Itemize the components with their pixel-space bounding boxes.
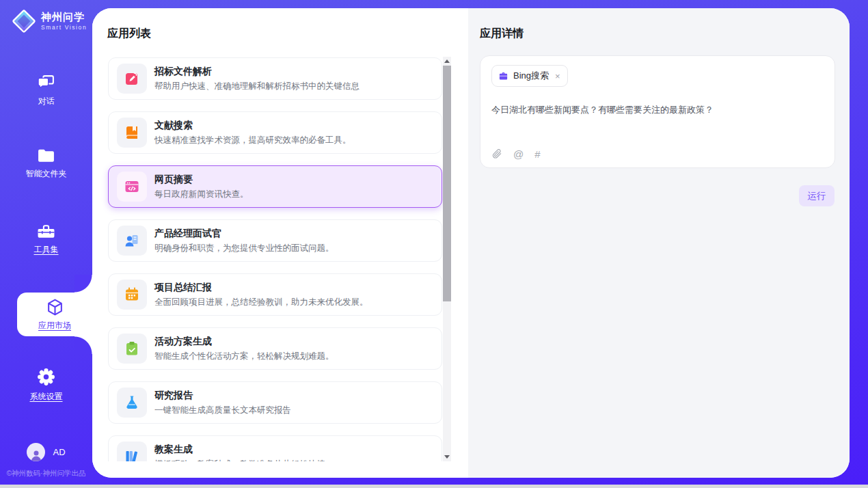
app-window: 神州问学 Smart Vision 对话 智能文件夹 <box>0 0 868 488</box>
brand-subtitle: Smart Vision <box>41 24 87 31</box>
app-desc: 明确身份和职责，为您提供专业性的面试问题。 <box>154 243 334 254</box>
edit-document-icon <box>117 64 147 94</box>
list-item-lesson-plan[interactable]: 教案生成 模板驱动，教案秒成，教学准备从此轻松快捷 <box>108 435 442 461</box>
brand-name: 神州问学 <box>41 12 87 23</box>
tab-curve-bottom <box>74 336 92 354</box>
mention-icon[interactable]: @ <box>513 149 524 159</box>
sidebar-item-toolset[interactable]: 工具集 <box>0 223 92 256</box>
app-name: 招标文件解析 <box>154 66 360 78</box>
app-desc: 快速精准查找学术资源，提高研究效率的必备工具。 <box>154 135 351 146</box>
sidebar-item-label: 应用市场 <box>38 320 71 331</box>
close-icon[interactable]: × <box>555 71 560 81</box>
gear-icon <box>37 368 55 386</box>
scrollbar[interactable] <box>443 57 451 461</box>
sidebar: 神州问学 Smart Vision 对话 智能文件夹 <box>0 0 92 488</box>
app-desc: 全面回顾项目进展，总结经验教训，助力未来优化发展。 <box>154 297 368 308</box>
list-item-event-plan[interactable]: 活动方案生成 智能生成个性化活动方案，轻松解决规划难题。 <box>108 327 442 370</box>
tab-curve-top <box>74 275 92 293</box>
paperclip-icon[interactable] <box>491 148 502 159</box>
toolbox-icon <box>37 223 55 239</box>
query-text[interactable]: 今日湖北有哪些新闻要点？有哪些需要关注的最新政策？ <box>491 104 824 116</box>
flask-icon <box>117 388 147 418</box>
book-icon <box>117 118 147 148</box>
sidebar-item-app-market[interactable]: 应用市场 <box>17 293 92 336</box>
clipboard-check-icon <box>117 334 147 364</box>
app-list-panel: 应用列表 招标文件解析 帮助用户快速、准确地理解和解析招标书中的关键信息 <box>92 8 468 478</box>
briefcase-icon <box>498 71 508 81</box>
app-desc: 每日政府新闻资讯快查。 <box>154 189 249 200</box>
app-list: 招标文件解析 帮助用户快速、准确地理解和解析招标书中的关键信息 文献搜索 <box>92 55 468 461</box>
app-detail-title: 应用详情 <box>480 27 524 41</box>
app-name: 项目总结汇报 <box>154 282 368 294</box>
app-desc: 一键智能生成高质量长文本研究报告 <box>154 405 291 416</box>
browser-code-icon <box>117 172 147 202</box>
sidebar-item-chat[interactable]: 对话 <box>0 74 92 107</box>
app-list-title: 应用列表 <box>107 27 151 41</box>
app-name: 教案生成 <box>154 444 325 456</box>
list-item-project-summary[interactable]: 项目总结汇报 全面回顾项目进展，总结经验教训，助力未来优化发展。 <box>108 273 442 316</box>
list-item-web-summary[interactable]: 网页摘要 每日政府新闻资讯快查。 <box>108 165 442 208</box>
app-detail-panel: 应用详情 Bing搜索 × 今日湖北有哪些新闻要点？有哪些需要关注的最新政策？ <box>468 8 850 478</box>
list-item-pm-interviewer[interactable]: 产品经理面试官 明确身份和职责，为您提供专业性的面试问题。 <box>108 219 442 262</box>
avatar <box>27 443 45 461</box>
scroll-up-button[interactable] <box>443 57 451 66</box>
sidebar-item-settings[interactable]: 系统设置 <box>0 368 92 403</box>
books-icon <box>117 442 147 461</box>
prompt-toolbar: @ # <box>491 148 824 159</box>
app-name: 活动方案生成 <box>154 336 334 348</box>
copyright-text: ©神州数码·神州问学出品 <box>0 469 92 478</box>
list-item-bid-analysis[interactable]: 招标文件解析 帮助用户快速、准确地理解和解析招标书中的关键信息 <box>108 57 442 100</box>
chat-icon <box>37 74 55 91</box>
tool-chip-label: Bing搜索 <box>513 70 549 82</box>
sidebar-item-label: 工具集 <box>34 244 59 256</box>
list-item-research-report[interactable]: 研究报告 一键智能生成高质量长文本研究报告 <box>108 381 442 424</box>
app-name: 研究报告 <box>154 390 291 402</box>
folder-icon <box>37 148 55 163</box>
list-item-literature-search[interactable]: 文献搜索 快速精准查找学术资源，提高研究效率的必备工具。 <box>108 111 442 154</box>
hashtag-icon[interactable]: # <box>534 149 540 159</box>
app-name: 产品经理面试官 <box>154 228 334 240</box>
bottom-edge-strip <box>0 485 868 488</box>
scroll-down-button[interactable] <box>443 452 451 461</box>
brand-logo: 神州问学 Smart Vision <box>11 8 87 34</box>
user-initials: AD <box>53 447 65 457</box>
prompt-card: Bing搜索 × 今日湖北有哪些新闻要点？有哪些需要关注的最新政策？ @ # <box>480 55 835 168</box>
app-name: 文献搜索 <box>154 120 351 132</box>
user-account[interactable]: AD <box>0 443 92 461</box>
sidebar-item-label: 对话 <box>38 96 55 107</box>
interviewer-icon <box>117 226 147 256</box>
run-button[interactable]: 运行 <box>799 185 835 206</box>
cube-icon <box>46 298 64 316</box>
diamond-logo-icon <box>11 8 37 34</box>
sidebar-item-label: 智能文件夹 <box>26 168 67 180</box>
app-desc: 智能生成个性化活动方案，轻松解决规划难题。 <box>154 351 334 362</box>
content-area: 应用列表 招标文件解析 帮助用户快速、准确地理解和解析招标书中的关键信息 <box>92 8 850 478</box>
app-desc: 模板驱动，教案秒成，教学准备从此轻松快捷 <box>154 459 325 462</box>
sidebar-item-label: 系统设置 <box>30 391 63 403</box>
app-name: 网页摘要 <box>154 174 249 186</box>
sidebar-item-smart-folder[interactable]: 智能文件夹 <box>0 148 92 180</box>
app-desc: 帮助用户快速、准确地理解和解析招标书中的关键信息 <box>154 81 360 92</box>
calendar-icon <box>117 280 147 310</box>
tool-chip-bing-search[interactable]: Bing搜索 × <box>491 65 568 87</box>
scrollbar-thumb[interactable] <box>443 66 451 301</box>
